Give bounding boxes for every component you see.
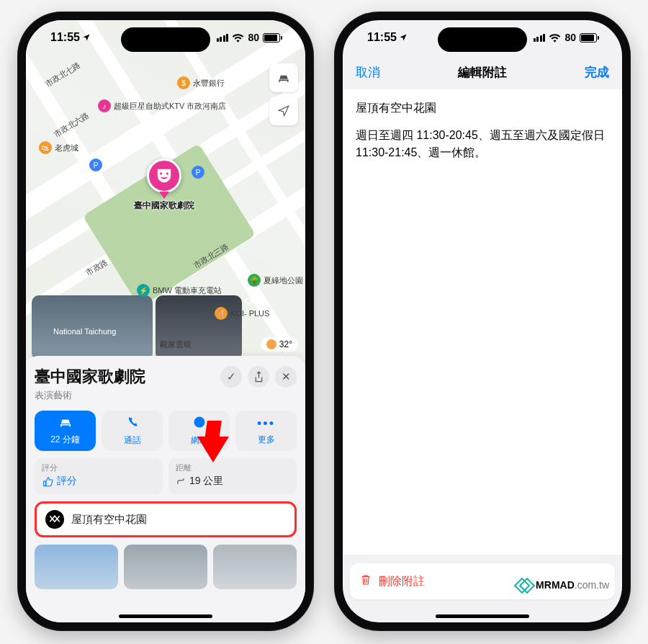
rating-header: 評分 <box>42 462 156 473</box>
rating-card[interactable]: 評分 評分 <box>35 458 163 494</box>
thumbs-up-icon <box>42 475 53 487</box>
done-button[interactable]: 完成 <box>585 64 609 81</box>
parking-icon: P <box>89 158 102 171</box>
mark-done-button[interactable]: ✓ <box>220 366 242 388</box>
poi-label: 超級巨星自助式KTV 市政河南店 <box>114 101 226 112</box>
note-line: 屋頂有空中花園 <box>356 99 609 117</box>
locate-me-button[interactable] <box>269 97 298 125</box>
photo-thumb[interactable]: 觀家雲硯 <box>156 295 242 360</box>
screen-left: 11:55 80 市政北七路 市政北六路 市政路 市政北三路 $ 永豐銀行 <box>26 20 305 622</box>
share-button[interactable] <box>248 366 269 388</box>
binoculars-icon <box>245 297 259 305</box>
temperature-value: 32° <box>279 339 292 349</box>
route-icon <box>176 476 186 486</box>
note-text: 屋頂有空中花園 <box>71 513 147 527</box>
edit-note-header: 取消 編輯附註 完成 <box>343 58 622 86</box>
directions-button[interactable]: 22 分鐘 <box>35 411 96 451</box>
photo-thumb[interactable]: National Taichung <box>32 295 153 360</box>
call-label: 通話 <box>124 434 141 447</box>
poi-label: BMW 電動車充電站 <box>153 285 222 296</box>
phone-right: 11:55 80 取消 編輯附註 完成 屋頂有空中花園 週日至週四 11:30-… <box>334 12 631 631</box>
check-icon: ✓ <box>227 370 236 383</box>
wifi-icon <box>232 33 244 43</box>
lookaround-button[interactable] <box>245 295 259 360</box>
distance-value: 19 公里 <box>176 475 289 488</box>
note-row[interactable]: 屋頂有空中花園 <box>35 501 297 537</box>
svg-rect-4 <box>251 300 253 302</box>
gallery-item[interactable] <box>213 545 297 589</box>
poi-label: 永豐銀行 <box>193 78 225 89</box>
delete-label: 刪除附註 <box>379 574 425 589</box>
dynamic-island <box>121 27 210 52</box>
poi-bank[interactable]: $ 永豐銀行 <box>177 76 225 89</box>
battery-pct: 80 <box>248 32 259 43</box>
call-button[interactable]: 通話 <box>102 411 163 451</box>
photo-gallery <box>35 545 297 589</box>
place-pin[interactable]: 臺中國家歌劇院 <box>134 158 194 212</box>
svg-point-5 <box>194 416 204 427</box>
gallery-item[interactable] <box>35 545 118 589</box>
metrics-row: 評分 評分 距離 19 公里 <box>35 458 297 494</box>
svg-point-1 <box>166 172 168 174</box>
close-button[interactable]: ✕ <box>275 366 297 388</box>
pin-label: 臺中國家歌劇院 <box>134 200 194 212</box>
phone-icon <box>126 416 139 432</box>
weather-chip[interactable]: 32° <box>261 337 298 352</box>
poi-label: KOI- PLUS <box>230 309 269 318</box>
location-arrow-icon <box>277 104 290 117</box>
note-app-icon <box>45 510 64 529</box>
battery-pct: 80 <box>564 32 576 43</box>
car-icon <box>276 72 291 84</box>
cancel-button[interactable]: 取消 <box>356 64 380 81</box>
wifi-icon <box>549 33 561 43</box>
place-category: 表演藝術 <box>35 389 145 402</box>
directions-label: 22 分鐘 <box>50 434 80 446</box>
photo-caption: National Taichung <box>53 327 116 336</box>
photo-caption: 觀家雲硯 <box>160 340 192 349</box>
place-title: 臺中國家歌劇院 <box>35 366 145 388</box>
watermark-brand: MRMAD <box>536 579 575 591</box>
battery-icon <box>580 33 599 43</box>
phone-left: 11:55 80 市政北七路 市政北六路 市政路 市政北三路 $ 永豐銀行 <box>17 12 314 631</box>
map-controls <box>269 63 298 125</box>
bank-icon: $ <box>177 76 190 89</box>
status-time: 11:55 <box>367 31 408 44</box>
dynamic-island <box>438 27 527 52</box>
more-icon: ••• <box>257 416 275 431</box>
poi-label: 夏綠地公園 <box>264 275 303 286</box>
action-row: 22 分鐘 通話 網站 ••• 更多 <box>35 411 297 451</box>
poi-ev[interactable]: ⚡ BMW 電動車充電站 <box>137 284 222 297</box>
watermark: MRMAD.com.tw <box>517 578 609 592</box>
share-icon <box>253 371 264 383</box>
distance-header: 距離 <box>176 462 289 473</box>
status-time: 11:55 <box>50 31 91 44</box>
poi-label: 老虎城 <box>55 143 78 153</box>
map-mode-button[interactable] <box>269 63 298 92</box>
distance-card[interactable]: 距離 19 公里 <box>168 458 297 494</box>
tree-icon: 🌳 <box>248 274 261 287</box>
bag-icon: 🛍 <box>39 141 52 154</box>
sun-icon <box>266 339 276 349</box>
home-indicator[interactable] <box>119 614 212 618</box>
status-right: 80 <box>534 32 599 43</box>
clock-text: 11:55 <box>367 31 397 44</box>
screen-right: 11:55 80 取消 編輯附註 完成 屋頂有空中花園 週日至週四 11:30-… <box>343 20 622 622</box>
gallery-item[interactable] <box>124 545 207 589</box>
note-textarea[interactable]: 屋頂有空中花園 週日至週四 11:30-20:45、週五至週六及國定假日 11:… <box>343 89 622 555</box>
home-indicator[interactable] <box>436 614 529 618</box>
svg-point-2 <box>246 298 251 304</box>
poi-cafe[interactable]: 🍴 KOI- PLUS <box>215 307 269 320</box>
poi-park[interactable]: 🌳 夏綠地公園 <box>248 274 303 287</box>
cellular-icon <box>217 34 229 42</box>
theatre-mask-icon <box>147 158 181 193</box>
mrmad-logo-icon <box>517 578 531 592</box>
poi-ktv[interactable]: ♪ 超級巨星自助式KTV 市政河南店 <box>98 99 226 112</box>
music-icon: ♪ <box>98 99 111 112</box>
more-button[interactable]: ••• 更多 <box>235 411 297 451</box>
clock-text: 11:55 <box>50 31 80 44</box>
svg-point-3 <box>253 298 258 304</box>
poi-parking[interactable]: P <box>89 158 102 171</box>
poi-mall[interactable]: 🛍 老虎城 <box>39 141 78 154</box>
compass-icon <box>193 416 206 432</box>
car-icon <box>58 416 73 431</box>
